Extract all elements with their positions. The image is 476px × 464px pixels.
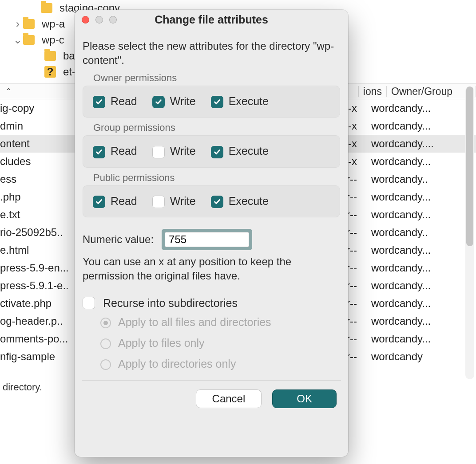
folder-icon <box>44 51 56 61</box>
folder-icon <box>41 3 52 13</box>
group-execute-checkbox[interactable] <box>211 146 223 158</box>
file-owner: wordcandy... <box>364 279 476 292</box>
file-owner: wordcandy.. <box>364 226 476 239</box>
file-name: .php <box>0 191 80 203</box>
file-owner: wordcandy <box>364 350 476 363</box>
apply-files-label: Apply to files only <box>118 337 205 349</box>
change-attributes-dialog: Change file attributes Please select the… <box>75 10 348 457</box>
file-name: rio-25092b5.. <box>0 226 80 239</box>
numeric-value-label: Numeric value: <box>83 233 154 246</box>
numeric-value-input[interactable] <box>165 232 249 247</box>
owner-execute-checkbox[interactable] <box>211 96 223 108</box>
tree-item-label: wp-c <box>42 34 64 46</box>
public-execute-checkbox[interactable] <box>211 196 223 208</box>
read-label: Read <box>111 145 137 157</box>
file-name: nfig-sample <box>0 350 80 363</box>
write-label: Write <box>170 95 196 107</box>
file-owner: wordcandy... <box>364 191 476 203</box>
file-name: omments-po... <box>0 333 80 345</box>
group-write-checkbox[interactable] <box>152 146 165 158</box>
group-permissions-group: Read Write Execute <box>83 135 340 167</box>
scrollbar-thumb[interactable] <box>466 87 473 246</box>
column-owner[interactable]: Owner/Group <box>387 86 476 98</box>
file-name: og-header.p.. <box>0 315 80 327</box>
public-permissions-group: Read Write Execute <box>83 185 340 217</box>
execute-label: Execute <box>229 95 269 107</box>
execute-label: Execute <box>229 145 269 157</box>
recurse-radio-group: Apply to all files and directories Apply… <box>100 316 340 370</box>
numeric-hint-text: You can use an x at any position to keep… <box>83 255 340 283</box>
apply-all-label: Apply to all files and directories <box>118 316 271 328</box>
owner-permissions-group: Read Write Execute <box>83 86 340 118</box>
public-read-checkbox[interactable] <box>93 196 105 208</box>
public-write-checkbox[interactable] <box>152 196 165 208</box>
tree-item-label: ba <box>63 50 75 62</box>
cancel-button[interactable]: Cancel <box>196 389 262 408</box>
status-text: directory. <box>3 381 42 393</box>
dialog-title: Change file attributes <box>75 13 348 26</box>
owner-read-checkbox[interactable] <box>93 96 105 108</box>
read-label: Read <box>111 95 137 107</box>
apply-files-radio <box>100 338 111 349</box>
dialog-titlebar[interactable]: Change file attributes <box>75 10 348 29</box>
apply-dirs-label: Apply to directories only <box>118 358 236 370</box>
sort-caret-icon[interactable]: ⌃ <box>0 87 12 96</box>
file-owner: wordcandy... <box>364 244 476 256</box>
file-owner: wordcandy... <box>364 262 476 274</box>
group-read-checkbox[interactable] <box>93 146 105 158</box>
column-permissions[interactable]: ions <box>359 86 386 98</box>
apply-all-radio <box>100 318 111 328</box>
file-name: ess <box>0 173 80 185</box>
file-owner: wordcandy.... <box>364 138 476 150</box>
file-owner: wordcandy... <box>364 102 476 114</box>
unknown-file-icon: ? <box>44 66 56 78</box>
file-owner: wordcandy... <box>364 155 476 168</box>
folder-icon <box>23 19 35 29</box>
group-permissions-label: Group permissions <box>93 122 340 134</box>
file-name: ctivate.php <box>0 297 80 310</box>
file-name: e.txt <box>0 208 80 221</box>
file-name: e.html <box>0 244 80 256</box>
folder-icon <box>23 35 35 45</box>
ok-button[interactable]: OK <box>272 389 337 408</box>
file-owner: wordcandy... <box>364 120 476 132</box>
file-name: ontent <box>0 138 80 150</box>
file-name: ig-copy <box>0 102 80 114</box>
chevron-down-icon[interactable]: ⌄ <box>13 34 22 46</box>
file-owner: wordcandy... <box>364 315 476 327</box>
tree-item-label: et- <box>63 66 75 78</box>
file-owner: wordcandy... <box>364 297 476 310</box>
dialog-intro-text: Please select the new attributes for the… <box>83 39 340 68</box>
file-owner: wordcandy... <box>364 333 476 345</box>
file-name: press-5.9.1-e.. <box>0 279 80 292</box>
owner-permissions-label: Owner permissions <box>93 72 340 84</box>
file-name: dmin <box>0 120 80 132</box>
apply-dirs-radio <box>100 359 111 370</box>
file-owner: wordcandy... <box>364 208 476 221</box>
file-owner: wordcandy.. <box>364 173 476 185</box>
tree-item-label: wp-a <box>42 18 65 30</box>
recurse-label: Recurse into subdirectories <box>103 297 238 310</box>
file-name: cludes <box>0 155 80 168</box>
read-label: Read <box>111 195 137 207</box>
recurse-checkbox[interactable] <box>83 297 95 309</box>
write-label: Write <box>170 145 196 157</box>
owner-write-checkbox[interactable] <box>152 96 165 108</box>
public-permissions-label: Public permissions <box>93 172 340 184</box>
file-name: press-5.9-en... <box>0 262 80 274</box>
scrollbar-track[interactable] <box>465 87 474 379</box>
execute-label: Execute <box>229 195 269 207</box>
chevron-right-icon[interactable]: › <box>13 18 22 30</box>
write-label: Write <box>170 195 196 207</box>
